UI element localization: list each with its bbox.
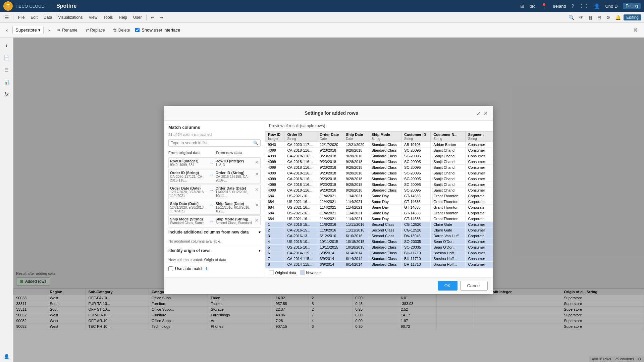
eye-icon[interactable]: 👁 — [577, 13, 586, 21]
dataset-name: Superstore — [15, 28, 37, 33]
logo-icon: T — [3, 1, 13, 11]
app-name: Spotfire — [56, 3, 76, 9]
logo: T TIBCO CLOUD — [3, 1, 45, 11]
menu-edit[interactable]: Edit — [28, 14, 40, 21]
region-label: Ireland — [553, 4, 566, 9]
dataset-bar: ‹ Superstore ▾ › ✏ Rename ⇄ Replace 🗑 De… — [0, 23, 644, 38]
flag-icon: 📍 — [541, 3, 547, 9]
menu-help[interactable]: Help — [116, 14, 130, 21]
menu-bar: ☰ File Edit Data Visualizations View Too… — [0, 12, 644, 23]
grid-icon[interactable]: ⊞ — [520, 3, 524, 9]
close-panel-btn[interactable]: ✕ — [631, 26, 640, 35]
editing-badge: Editing — [623, 3, 641, 9]
user-icon[interactable]: 👤 — [594, 3, 600, 9]
search-icon[interactable]: 🔍 — [567, 13, 576, 21]
menu-data[interactable]: Data — [41, 14, 55, 21]
rename-btn[interactable]: ✏ Rename — [55, 27, 80, 34]
show-ui-checkbox[interactable] — [135, 28, 140, 32]
menu-tools[interactable]: Tools — [101, 14, 115, 21]
user-label: Uno D — [605, 4, 618, 9]
menu-file[interactable]: File — [15, 14, 27, 21]
delete-btn[interactable]: 🗑 Delete — [110, 27, 133, 34]
menu-view[interactable]: View — [86, 14, 100, 21]
replace-btn[interactable]: ⇄ Replace — [83, 27, 108, 34]
help-icon[interactable]: ? — [572, 3, 574, 9]
separator2 — [146, 14, 147, 20]
bell-icon[interactable]: 🔔 — [613, 13, 623, 21]
divider: | — [51, 4, 52, 8]
brand-name: TIBCO CLOUD — [15, 4, 45, 9]
rename-icon: ✏ — [57, 28, 61, 33]
menu-user[interactable]: User — [130, 14, 144, 21]
apps-icon[interactable]: ⋮⋮ — [579, 3, 589, 9]
hamburger-icon[interactable]: ☰ — [3, 13, 11, 21]
menu-visualizations[interactable]: Visualizations — [55, 14, 85, 21]
replace-icon: ⇄ — [86, 28, 89, 33]
filter2-icon[interactable]: ⊟ — [595, 13, 603, 21]
undo-icon[interactable]: ↩ — [149, 13, 157, 21]
dfc-label[interactable]: dfc — [530, 4, 535, 9]
top-bar-right: ⊞ dfc 📍 Ireland ? ⋮⋮ 👤 Uno D Editing — [520, 3, 641, 9]
chevron-down-icon: ▾ — [38, 28, 41, 33]
top-bar: T TIBCO CLOUD | Spotfire ⊞ dfc 📍 Ireland… — [0, 0, 644, 12]
prev-dataset-btn[interactable]: ‹ — [4, 27, 10, 34]
separator — [13, 14, 13, 20]
filter-icon[interactable]: ▦ — [586, 13, 595, 21]
redo-icon[interactable]: ↪ — [157, 13, 165, 21]
dataset-selector[interactable]: Superstore ▾ — [12, 26, 44, 34]
show-ui-label: Show user interface — [142, 28, 180, 33]
show-ui-checkbox-container: Show user interface — [135, 28, 180, 33]
next-dataset-btn[interactable]: › — [46, 27, 52, 34]
settings-icon[interactable]: ⚙ — [604, 13, 612, 21]
editing-badge2: Editing — [624, 14, 641, 20]
trash-icon: 🗑 — [113, 28, 117, 33]
